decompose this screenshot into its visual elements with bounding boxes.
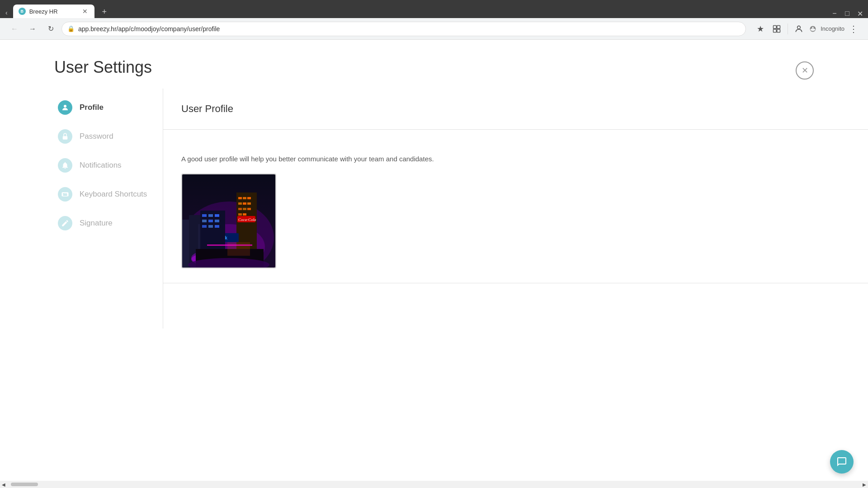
window-controls: − □ ✕ [830, 9, 864, 18]
extensions-button[interactable] [769, 22, 784, 36]
profile-image: Coca-Cola CityWalk [182, 174, 275, 267]
svg-rect-37 [202, 225, 207, 228]
reload-button[interactable]: ↻ [43, 22, 58, 36]
svg-rect-45 [207, 244, 252, 246]
svg-rect-6 [63, 136, 68, 140]
scroll-left-arrow[interactable]: ◀ [0, 481, 7, 488]
sidebar-notifications-label: Notifications [80, 161, 122, 170]
scroll-right-arrow[interactable]: ▶ [861, 481, 868, 488]
svg-rect-21 [238, 208, 242, 210]
svg-rect-2 [774, 29, 777, 32]
sidebar-item-signature[interactable]: Signature [54, 209, 154, 238]
page-title: User Settings [54, 58, 152, 77]
sidebar-signature-label: Signature [80, 219, 113, 228]
close-settings-button[interactable]: ✕ [796, 61, 814, 80]
svg-text:Coca-Cola: Coca-Cola [238, 217, 256, 222]
sidebar-password-label: Password [80, 132, 113, 141]
tab-close-button[interactable]: ✕ [81, 7, 89, 15]
breezy-favicon: B [19, 8, 26, 15]
password-sidebar-icon [58, 129, 72, 144]
keyboard-sidebar-icon [58, 187, 72, 202]
svg-rect-36 [215, 220, 219, 222]
svg-rect-0 [774, 25, 777, 28]
browser-tab-breezy[interactable]: B Breezy HR ✕ [13, 5, 94, 18]
tab-bar: ‹ B Breezy HR ✕ + − □ ✕ [0, 0, 868, 18]
nav-actions: ★ Incognito ⋮ [753, 22, 861, 36]
incognito-badge: Incognito [808, 24, 844, 34]
forward-button[interactable]: → [25, 22, 40, 36]
svg-rect-44 [227, 242, 250, 256]
svg-rect-1 [777, 25, 780, 28]
sidebar-item-profile[interactable]: Profile [54, 93, 154, 122]
profile-section-header: User Profile [163, 89, 868, 130]
svg-rect-18 [238, 202, 242, 205]
sidebar-profile-label: Profile [80, 103, 104, 112]
svg-rect-20 [247, 202, 251, 205]
svg-rect-33 [215, 214, 219, 217]
horizontal-scrollbar[interactable]: ◀ ▶ [0, 481, 868, 488]
svg-rect-23 [247, 208, 251, 210]
svg-rect-19 [243, 202, 246, 205]
lock-icon: 🔒 [67, 25, 75, 32]
svg-rect-39 [215, 225, 219, 228]
sidebar-item-keyboard-shortcuts[interactable]: Keyboard Shortcuts [54, 180, 154, 209]
svg-rect-31 [202, 214, 207, 217]
profile-icon[interactable] [792, 22, 806, 36]
bookmark-button[interactable]: ★ [753, 22, 768, 36]
url-text: app.breezy.hr/app/c/moodjoy/company/user… [78, 25, 220, 33]
notifications-sidebar-icon [58, 158, 72, 173]
sidebar-item-password[interactable]: Password [54, 122, 154, 151]
tab-title: Breezy HR [29, 8, 58, 15]
svg-point-4 [797, 26, 801, 29]
signature-sidebar-icon [58, 216, 72, 230]
svg-rect-32 [208, 214, 213, 217]
close-icon: ✕ [802, 66, 808, 75]
incognito-label: Incognito [821, 25, 844, 32]
maximize-button[interactable]: □ [843, 9, 852, 18]
svg-rect-35 [208, 220, 213, 222]
new-tab-button[interactable]: + [98, 5, 111, 18]
page-content: User Settings ✕ Profile [0, 40, 868, 481]
url-bar[interactable]: 🔒 app.breezy.hr/app/c/moodjoy/company/us… [61, 22, 746, 36]
settings-sidebar: Profile Password Notificat [54, 89, 154, 328]
section-title: User Profile [181, 103, 850, 115]
profile-section-body: A good user profile will help you better… [163, 130, 868, 283]
profile-image-container[interactable]: Coca-Cola CityWalk [181, 174, 276, 268]
back-button[interactable]: ← [7, 22, 22, 36]
scroll-thumb[interactable] [11, 483, 38, 486]
svg-rect-25 [243, 213, 246, 216]
close-window-button[interactable]: ✕ [855, 9, 864, 18]
svg-rect-22 [243, 208, 246, 210]
minimize-button[interactable]: − [830, 9, 839, 18]
section-description: A good user profile will help you better… [181, 155, 850, 163]
svg-rect-15 [238, 197, 242, 199]
svg-rect-7 [62, 192, 69, 197]
chat-button[interactable] [830, 450, 854, 474]
nav-divider [788, 23, 788, 34]
svg-rect-38 [208, 225, 213, 228]
profile-sidebar-icon [58, 100, 72, 115]
content-panel: User Profile A good user profile will he… [163, 89, 868, 328]
profile-additional-section [163, 283, 868, 328]
browser-navbar: ← → ↻ 🔒 app.breezy.hr/app/c/moodjoy/comp… [0, 18, 868, 40]
main-layout: Profile Password Notificat [0, 89, 868, 328]
svg-rect-17 [247, 197, 251, 199]
svg-point-5 [64, 105, 66, 108]
menu-button[interactable]: ⋮ [846, 22, 861, 36]
svg-rect-24 [238, 213, 242, 216]
sidebar-keyboard-label: Keyboard Shortcuts [80, 190, 147, 199]
svg-rect-16 [243, 197, 246, 199]
sidebar-item-notifications[interactable]: Notifications [54, 151, 154, 180]
svg-rect-3 [777, 29, 780, 32]
page-header: User Settings ✕ [0, 40, 868, 89]
tab-nav-arrow[interactable]: ‹ [4, 7, 9, 18]
svg-rect-34 [202, 220, 207, 222]
